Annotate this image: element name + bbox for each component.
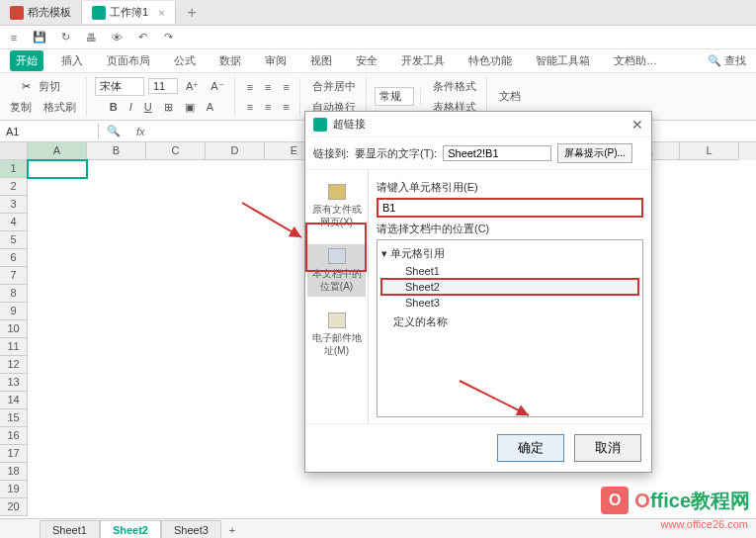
side-item-email[interactable]: 电子邮件地址(M): [307, 309, 366, 361]
align-center-icon[interactable]: ≡: [261, 98, 275, 116]
row-header[interactable]: 8: [0, 285, 28, 303]
cell-ref-input[interactable]: [377, 198, 643, 218]
align-mid-icon[interactable]: ≡: [261, 78, 275, 96]
redo2-icon[interactable]: ↷: [160, 30, 176, 45]
ribbon-tab-dev[interactable]: 开发工具: [395, 50, 451, 71]
row-header[interactable]: 13: [0, 374, 28, 392]
close-icon[interactable]: ✕: [631, 117, 643, 133]
sheet-tab-2[interactable]: Sheet2: [100, 520, 161, 538]
sheet-tab-1[interactable]: Sheet1: [40, 520, 100, 538]
side-item-file[interactable]: 原有文件或网页(X): [307, 180, 366, 232]
number-format-combo[interactable]: 常规: [375, 87, 414, 106]
cond-format-button[interactable]: 条件格式: [429, 77, 480, 96]
side-item-document-location[interactable]: 本文档中的位置(A): [307, 244, 366, 297]
cell-a1[interactable]: [28, 160, 87, 178]
row-header[interactable]: 6: [0, 249, 28, 267]
row-header[interactable]: 1: [0, 160, 28, 178]
ribbon-tab-layout[interactable]: 页面布局: [101, 50, 156, 71]
cut-button[interactable]: 剪切: [35, 77, 64, 96]
tree-item-sheet3[interactable]: Sheet3: [381, 295, 638, 311]
ribbon-tab-start[interactable]: 开始: [10, 50, 43, 71]
underline-icon[interactable]: U: [140, 98, 156, 116]
ribbon-tab-insert[interactable]: 插入: [55, 50, 89, 71]
row-header[interactable]: 17: [0, 445, 28, 463]
dialog-main-pane: 请键入单元格引用(E) 请选择文档中的位置(C) ▾ 单元格引用 Sheet1 …: [369, 170, 651, 423]
merge-button[interactable]: 合并居中: [308, 77, 360, 96]
ribbon-tab-data[interactable]: 数据: [213, 50, 247, 71]
title-tab-bar: 稻壳模板 工作簿1 × +: [0, 0, 756, 26]
decrease-font-icon[interactable]: A⁻: [207, 77, 227, 96]
print-icon[interactable]: 🖶: [83, 30, 99, 45]
fx-label[interactable]: fx: [128, 126, 153, 137]
col-header[interactable]: D: [206, 142, 265, 160]
dialog-titlebar[interactable]: 超链接 ✕: [305, 112, 651, 137]
save-icon[interactable]: 💾: [32, 30, 47, 45]
screen-tip-button[interactable]: 屏幕提示(P)...: [557, 143, 632, 163]
ribbon-tab-tools[interactable]: 智能工具箱: [530, 50, 596, 71]
close-icon[interactable]: ×: [158, 7, 164, 19]
sheet-tab-3[interactable]: Sheet3: [161, 520, 221, 538]
row-header[interactable]: 18: [0, 463, 28, 481]
find-button[interactable]: 🔍 查找: [708, 53, 746, 68]
row-header[interactable]: 3: [0, 196, 28, 214]
row-header[interactable]: 15: [0, 409, 28, 427]
redo-icon[interactable]: ↻: [57, 30, 73, 45]
ribbon-tab-security[interactable]: 安全: [350, 50, 383, 71]
row-header[interactable]: 9: [0, 303, 28, 320]
row-header[interactable]: 10: [0, 320, 28, 338]
tree-item-sheet2[interactable]: Sheet2: [381, 279, 638, 295]
col-header[interactable]: B: [87, 142, 146, 160]
col-header[interactable]: L: [680, 142, 739, 160]
menu-icon[interactable]: ≡: [6, 30, 22, 45]
preview-icon[interactable]: 👁: [109, 30, 125, 45]
cancel-button[interactable]: 取消: [574, 434, 641, 462]
align-left-icon[interactable]: ≡: [243, 98, 257, 116]
ok-button[interactable]: 确定: [497, 434, 564, 462]
zoom-icon[interactable]: 🔍: [99, 125, 128, 137]
new-tab-button[interactable]: +: [176, 4, 209, 22]
location-tree[interactable]: ▾ 单元格引用 Sheet1 Sheet2 Sheet3 定义的名称: [377, 239, 643, 417]
select-all-corner[interactable]: [0, 142, 28, 160]
ribbon-tab-review[interactable]: 审阅: [259, 50, 293, 71]
display-text-input[interactable]: [443, 145, 551, 161]
row-header[interactable]: 14: [0, 392, 28, 409]
row-header[interactable]: 7: [0, 267, 28, 285]
undo-icon[interactable]: ↶: [134, 30, 150, 45]
ribbon-tab-view[interactable]: 视图: [304, 50, 338, 71]
size-combo[interactable]: 11: [148, 78, 178, 94]
bold-icon[interactable]: B: [106, 98, 122, 116]
font-color-icon[interactable]: A: [203, 98, 217, 116]
row-header[interactable]: 16: [0, 427, 28, 445]
tree-item-sheet1[interactable]: Sheet1: [381, 263, 638, 279]
link-type-sidebar: 原有文件或网页(X) 本文档中的位置(A) 电子邮件地址(M): [305, 170, 369, 423]
row-header[interactable]: 2: [0, 178, 28, 196]
ribbon-tab-formula[interactable]: 公式: [168, 50, 202, 71]
tab-template[interactable]: 稻壳模板: [0, 1, 82, 24]
tab-workbook[interactable]: 工作簿1 ×: [82, 1, 176, 24]
row-header[interactable]: 5: [0, 231, 28, 249]
doc-button[interactable]: 文档: [495, 87, 525, 106]
row-header[interactable]: 19: [0, 481, 28, 498]
row-header[interactable]: 20: [0, 498, 28, 516]
border-icon[interactable]: ⊞: [160, 98, 177, 117]
format-painter-button[interactable]: 格式刷: [40, 98, 80, 117]
fill-color-icon[interactable]: ▣: [181, 98, 199, 117]
row-header[interactable]: 11: [0, 338, 28, 356]
align-bot-icon[interactable]: ≡: [280, 78, 294, 96]
increase-font-icon[interactable]: A⁺: [182, 77, 203, 96]
row-header[interactable]: 12: [0, 356, 28, 374]
copy-button[interactable]: 复制: [6, 98, 36, 117]
col-header[interactable]: C: [146, 142, 206, 160]
align-right-icon[interactable]: ≡: [280, 98, 294, 116]
tree-node-named[interactable]: 定义的名称: [381, 314, 638, 329]
add-sheet-button[interactable]: +: [221, 524, 243, 536]
name-box[interactable]: A1: [0, 124, 99, 139]
align-top-icon[interactable]: ≡: [243, 78, 257, 96]
font-combo[interactable]: 宋体: [95, 77, 144, 96]
italic-icon[interactable]: I: [126, 98, 136, 116]
ribbon-tab-feature[interactable]: 特色功能: [462, 50, 518, 71]
col-header[interactable]: A: [28, 142, 87, 160]
tree-node-cellref[interactable]: ▾ 单元格引用: [381, 246, 638, 261]
ribbon-tab-dochelp[interactable]: 文档助…: [608, 50, 663, 71]
row-header[interactable]: 4: [0, 214, 28, 231]
